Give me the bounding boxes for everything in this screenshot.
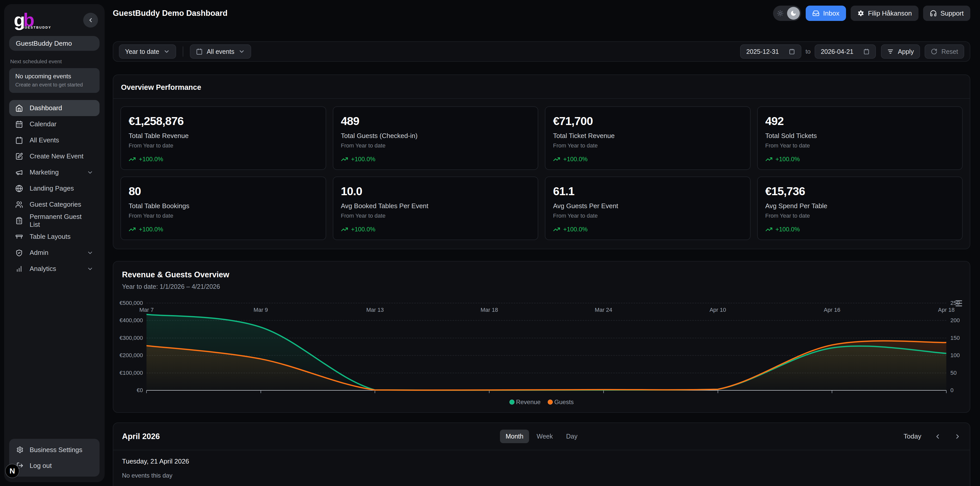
refresh-icon xyxy=(931,48,937,55)
tab-week[interactable]: Week xyxy=(531,430,558,443)
date-from-field[interactable] xyxy=(740,44,801,59)
sidebar-item-label: Marketing xyxy=(30,168,59,176)
overview-title: Overview Performance xyxy=(113,75,970,99)
x-axis-labels: Mar 7Mar 9Mar 13Mar 18Mar 24Apr 10Apr 16… xyxy=(146,307,946,317)
left-y-axis: €0€100,000€200,000€300,000€400,000€500,0… xyxy=(113,303,146,393)
stat-value: €15,736 xyxy=(765,185,955,198)
support-button[interactable]: Support xyxy=(923,6,970,21)
chart-subtitle: Year to date: 1/1/2026 – 4/21/2026 xyxy=(113,283,970,290)
right-axis-tick: 50 xyxy=(950,370,956,376)
legend-item-guests[interactable]: Guests xyxy=(548,399,574,406)
top-header: GuestBuddy Demo Dashboard Inbox Filip Hå… xyxy=(113,0,970,27)
x-axis-tick-label: Mar 24 xyxy=(595,307,612,313)
guests-legend-dot xyxy=(548,400,553,405)
sidebar-item-admin[interactable]: Admin xyxy=(9,245,100,261)
trending-up-icon xyxy=(553,156,560,163)
stat-sublabel: From Year to date xyxy=(129,142,318,149)
calendar-icon xyxy=(789,48,795,55)
workspace-selector[interactable]: GuestBuddy Demo xyxy=(9,36,100,51)
left-axis-tick: €400,000 xyxy=(119,317,143,324)
stat-sublabel: From Year to date xyxy=(553,213,742,219)
left-axis-tick: €500,000 xyxy=(119,300,143,307)
trending-up-icon xyxy=(341,156,348,163)
sidebar-collapse-button[interactable] xyxy=(83,13,98,27)
left-axis-tick: €200,000 xyxy=(119,352,143,359)
sidebar-item-all-events[interactable]: All Events xyxy=(9,132,100,148)
nextjs-dev-badge[interactable]: N xyxy=(5,464,19,478)
stat-value: €1,258,876 xyxy=(129,114,318,128)
table-icon xyxy=(15,233,23,241)
divider xyxy=(183,46,183,57)
megaphone-icon xyxy=(15,168,23,176)
date-to-field[interactable] xyxy=(815,44,876,59)
stat-label: Avg Spend Per Table xyxy=(765,202,955,210)
calendar-days-icon xyxy=(15,121,23,128)
sidebar-item-permanent-guest-list[interactable]: Permanent Guest List xyxy=(9,213,100,229)
events-filter-dropdown[interactable]: All events xyxy=(190,44,251,59)
stat-sublabel: From Year to date xyxy=(553,142,742,149)
apply-button[interactable]: Apply xyxy=(881,44,920,59)
sidebar-item-label: Calendar xyxy=(30,120,57,128)
previous-month-button[interactable] xyxy=(934,433,941,440)
sidebar-item-table-layouts[interactable]: Table Layouts xyxy=(9,229,100,245)
today-button[interactable]: Today xyxy=(904,432,921,440)
sidebar: gb GUESTBUDDY GuestBuddy Demo Next sched… xyxy=(4,4,105,482)
x-axis-tick-label: Apr 16 xyxy=(824,307,840,313)
sidebar-item-guest-categories[interactable]: Guest Categories xyxy=(9,197,100,213)
tab-month[interactable]: Month xyxy=(500,430,529,443)
calendar-month-title: April 2026 xyxy=(122,432,500,441)
no-events-text: No events this day xyxy=(122,472,961,479)
sidebar-item-label: Guest Categories xyxy=(30,200,81,208)
chevron-down-icon xyxy=(163,48,170,55)
sidebar-item-marketing[interactable]: Marketing xyxy=(9,164,100,180)
stat-value: 492 xyxy=(765,114,955,128)
trending-up-icon xyxy=(765,226,773,233)
left-axis-tick: €300,000 xyxy=(119,335,143,341)
next-month-button[interactable] xyxy=(954,433,961,440)
inbox-button[interactable]: Inbox xyxy=(806,6,846,21)
tab-day[interactable]: Day xyxy=(560,430,583,443)
stat-value: 80 xyxy=(129,185,318,198)
sidebar-item-calendar[interactable]: Calendar xyxy=(9,116,100,132)
calendar-icon xyxy=(15,137,23,144)
stat-card: €15,736 Avg Spend Per Table From Year to… xyxy=(757,176,963,240)
stat-value: 61.1 xyxy=(553,185,742,198)
stat-sublabel: From Year to date xyxy=(341,213,530,219)
gear-icon xyxy=(16,446,24,453)
stat-sublabel: From Year to date xyxy=(765,213,955,219)
main-content: GuestBuddy Demo Dashboard Inbox Filip Hå… xyxy=(110,0,980,486)
stat-cards-grid: €1,258,876 Total Table Revenue From Year… xyxy=(113,99,970,249)
apply-label: Apply xyxy=(898,48,914,56)
date-to-input[interactable] xyxy=(821,48,859,56)
user-menu-button[interactable]: Filip Håkanson xyxy=(851,6,918,21)
logout-button[interactable]: Log out xyxy=(9,458,100,473)
stat-change: +100.0% xyxy=(139,156,163,163)
left-axis-tick: €0 xyxy=(137,387,143,394)
logo-wordmark: GUESTBUDDY xyxy=(21,25,51,29)
sidebar-item-label: Admin xyxy=(30,249,48,257)
sidebar-item-analytics[interactable]: Analytics xyxy=(9,261,100,277)
reset-button[interactable]: Reset xyxy=(924,44,964,59)
no-upcoming-events-card: No upcoming events Create an event to ge… xyxy=(9,68,100,93)
sidebar-item-dashboard[interactable]: Dashboard xyxy=(9,100,100,116)
headset-icon xyxy=(930,10,937,17)
stat-sublabel: From Year to date xyxy=(765,142,955,149)
theme-toggle[interactable] xyxy=(773,6,801,21)
home-icon xyxy=(15,104,23,112)
business-settings-button[interactable]: Business Settings xyxy=(9,442,100,458)
trending-up-icon xyxy=(553,226,560,233)
sidebar-footer-card: Business Settings Log out xyxy=(9,439,100,476)
sidebar-item-create-new-event[interactable]: Create New Event xyxy=(9,148,100,164)
calendar-view-switcher: Month Week Day xyxy=(500,430,583,443)
guestbuddy-logo: gb GUESTBUDDY xyxy=(14,11,51,29)
users-icon xyxy=(15,201,23,208)
left-axis-tick: €100,000 xyxy=(119,370,143,376)
stat-change: +100.0% xyxy=(563,226,587,233)
stat-change: +100.0% xyxy=(776,156,800,163)
x-axis-tick-label: Mar 13 xyxy=(366,307,383,313)
date-from-input[interactable] xyxy=(746,48,784,56)
x-axis-tick-label: Mar 7 xyxy=(139,307,154,313)
sidebar-item-landing-pages[interactable]: Landing Pages xyxy=(9,180,100,197)
legend-item-revenue[interactable]: Revenue xyxy=(509,399,541,406)
date-range-dropdown[interactable]: Year to date xyxy=(119,44,176,59)
